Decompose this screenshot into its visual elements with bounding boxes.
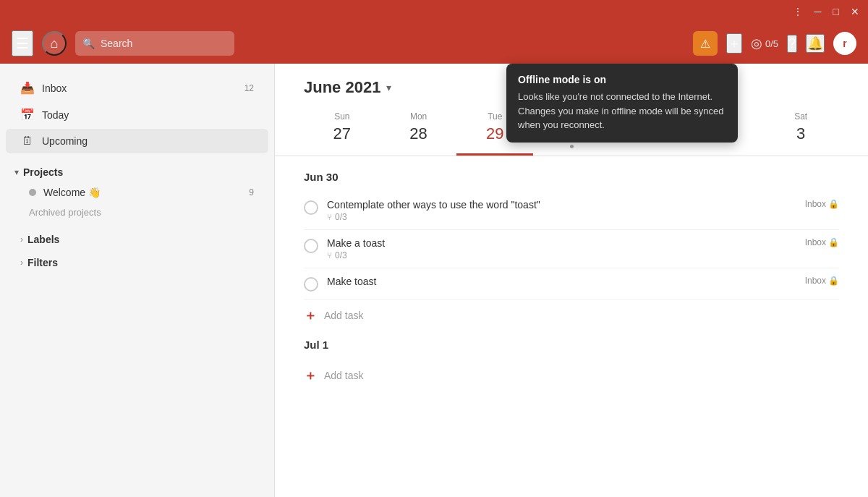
task-meta-1: ⑂ 0/3 [327, 212, 796, 222]
task-inbox-1: Inbox 🔒 [805, 199, 839, 209]
tooltip-body: Looks like you're not connected to the I… [518, 90, 726, 132]
filters-section-header[interactable]: › Filters [6, 251, 268, 274]
task-body-2: Make a toast ⑂ 0/3 [327, 237, 796, 260]
tooltip-title: Offline mode is on [518, 74, 726, 85]
inbox-icon-3: 🔒 [828, 276, 839, 286]
app-header: ☰ ⌂ 🔍 Search ⚠ ＋ ◎ 0/5 ? 🔔 r Offline mod… [0, 23, 868, 64]
notifications-button[interactable]: 🔔 [806, 34, 825, 53]
project-dot [29, 189, 36, 196]
sidebar-item-inbox[interactable]: 📥 Inbox 12 [6, 75, 268, 101]
task-item: Make toast Inbox 🔒 [304, 268, 839, 300]
score-icon: ◎ [751, 35, 762, 51]
task-body-1: Contemplate other ways to use the word "… [327, 199, 796, 222]
projects-section-title: Projects [23, 166, 63, 178]
jul1-date-label: Jul 1 [304, 339, 839, 351]
inbox-icon-1: 🔒 [828, 199, 839, 209]
add-task-label-jul1: Add task [324, 370, 363, 381]
window-controls[interactable]: ⋮ ─ □ ✕ [793, 6, 859, 17]
main-layout: 📥 Inbox 12 📅 Today 🗓 Upcoming ▾ Projects… [0, 64, 868, 497]
add-task-label-jun30: Add task [324, 310, 363, 321]
project-welcome-count: 9 [249, 187, 254, 197]
task-body-3: Make toast [327, 276, 796, 289]
task-inbox-3: Inbox 🔒 [805, 276, 839, 286]
inbox-label-3: Inbox [805, 276, 826, 286]
day-name-sat: Sat [762, 111, 839, 122]
offline-tooltip: Offline mode is on Looks like you're not… [506, 64, 738, 143]
day-num-mon: 28 [380, 124, 457, 143]
avatar[interactable]: r [833, 32, 856, 55]
labels-section-header[interactable]: › Labels [6, 228, 268, 251]
task-checkbox-2[interactable] [304, 239, 318, 253]
today-icon: 📅 [20, 108, 35, 122]
subtask-icon-1: ⑂ [327, 212, 332, 222]
close-button[interactable]: ✕ [851, 6, 859, 17]
day-sun[interactable]: Sun 27 [304, 104, 380, 156]
upcoming-icon: 🗓 [20, 135, 35, 148]
search-placeholder: Search [101, 38, 132, 49]
add-task-jul1[interactable]: ＋ Add task [304, 360, 839, 391]
month-dropdown-button[interactable]: ▾ [386, 82, 391, 93]
add-task-plus-icon: ＋ [304, 307, 317, 324]
jun30-section: Jun 30 Contemplate other ways to use the… [275, 156, 868, 331]
title-bar: ⋮ ─ □ ✕ [0, 0, 868, 23]
minimize-button[interactable]: ─ [814, 6, 822, 17]
project-welcome-label: Welcome 👋 [43, 187, 242, 198]
inbox-label-2: Inbox [805, 237, 826, 247]
day-sat[interactable]: Sat 3 [762, 104, 839, 156]
labels-section-title: Labels [27, 234, 59, 245]
maximize-button[interactable]: □ [833, 6, 839, 17]
jul1-section: Jul 1 ＋ Add task [275, 331, 868, 391]
sidebar-today-label: Today [42, 109, 254, 121]
month-title: June 2021 [304, 78, 380, 97]
score-value: 0/5 [765, 38, 778, 49]
day-name-sun: Sun [304, 111, 380, 122]
sidebar-item-today[interactable]: 📅 Today [6, 102, 268, 127]
task-item: Make a toast ⑂ 0/3 Inbox 🔒 [304, 230, 839, 268]
sidebar: 📥 Inbox 12 📅 Today 🗓 Upcoming ▾ Projects… [0, 64, 275, 497]
add-task-plus-icon-jul: ＋ [304, 367, 317, 384]
projects-section-header[interactable]: ▾ Projects [9, 162, 265, 182]
inbox-icon-2: 🔒 [828, 237, 839, 247]
day-num-sun: 27 [304, 124, 380, 143]
labels-chevron-icon: › [20, 234, 23, 245]
subtask-icon-2: ⑂ [327, 250, 332, 260]
day-mon[interactable]: Mon 28 [380, 104, 457, 156]
more-options-button[interactable]: ⋮ [793, 6, 803, 17]
add-button[interactable]: ＋ [726, 33, 742, 54]
inbox-count: 12 [244, 83, 254, 93]
sidebar-inbox-label: Inbox [42, 82, 237, 94]
projects-chevron-icon: ▾ [14, 167, 19, 177]
inbox-label-1: Inbox [805, 199, 826, 209]
help-button[interactable]: ? [787, 35, 797, 53]
day-dot-wed [570, 145, 574, 148]
task-title-2: Make a toast [327, 237, 796, 249]
menu-button[interactable]: ☰ [12, 30, 33, 56]
day-num-sat: 3 [762, 124, 839, 143]
score-display: ◎ 0/5 [751, 35, 778, 51]
task-meta-2: ⑂ 0/3 [327, 250, 796, 260]
header-right: ⚠ ＋ ◎ 0/5 ? 🔔 r [693, 31, 856, 56]
inbox-icon: 📥 [20, 81, 35, 95]
task-title-3: Make toast [327, 276, 796, 287]
sidebar-item-upcoming[interactable]: 🗓 Upcoming [6, 129, 268, 153]
day-name-mon: Mon [380, 111, 457, 122]
add-task-jun30[interactable]: ＋ Add task [304, 300, 839, 331]
subtask-count-1: 0/3 [335, 212, 347, 222]
project-welcome[interactable]: Welcome 👋 9 [6, 182, 268, 203]
search-bar[interactable]: 🔍 Search [75, 31, 234, 56]
task-checkbox-1[interactable] [304, 200, 318, 215]
task-checkbox-3[interactable] [304, 277, 318, 292]
subtask-count-2: 0/3 [335, 250, 347, 260]
sidebar-upcoming-label: Upcoming [42, 135, 254, 147]
offline-warning-button[interactable]: ⚠ [693, 31, 718, 56]
task-inbox-2: Inbox 🔒 [805, 237, 839, 247]
home-button[interactable]: ⌂ [42, 31, 67, 56]
task-item: Contemplate other ways to use the word "… [304, 192, 839, 230]
task-title-1: Contemplate other ways to use the word "… [327, 199, 796, 211]
filters-chevron-icon: › [20, 258, 23, 268]
jun30-date-label: Jun 30 [304, 171, 839, 183]
archived-projects-link[interactable]: Archived projects [0, 203, 274, 222]
search-icon: 🔍 [82, 38, 95, 49]
filters-section-title: Filters [27, 257, 58, 268]
